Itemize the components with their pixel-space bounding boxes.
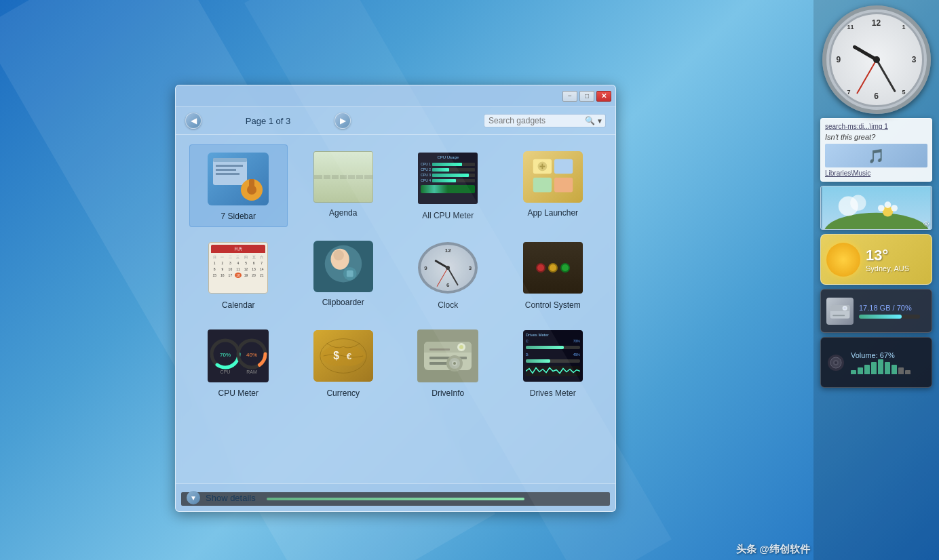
svg-point-53 xyxy=(891,205,898,212)
svg-rect-5 xyxy=(216,173,239,175)
weather-gadget[interactable]: 13° Sydney, AUS xyxy=(820,234,932,285)
svg-text:70%: 70% xyxy=(220,352,231,358)
gadget-label-calendar: Calendar xyxy=(222,300,255,310)
svg-rect-11 xyxy=(554,159,573,174)
volume-label: Volume: 67% xyxy=(851,351,926,359)
svg-point-50 xyxy=(850,195,866,211)
prev-page-button[interactable]: ◀ xyxy=(185,113,202,129)
volume-icon xyxy=(826,353,845,372)
svg-text:CPU: CPU xyxy=(221,369,231,374)
volume-bars xyxy=(851,359,926,374)
gadget-label-app-launcher: App Launcher xyxy=(527,208,578,218)
gadget-item-calendar[interactable]: 日历 日 一 二 三 四 五 六 123 4567 8910 11121314 … xyxy=(189,234,288,315)
gadget-icon-all-cpu-meter: CPU Usage CPU 1 CPU 2 CPU 3 CPU 4 xyxy=(417,151,478,205)
watermark-text: 头条 @纬创软件 xyxy=(736,543,810,556)
show-details-bar[interactable]: ▼ Show details xyxy=(176,483,615,511)
gadget-label-clipboarder: Clipboarder xyxy=(322,298,364,307)
volume-info: Volume: 67% xyxy=(851,351,926,374)
gadget-item-clock[interactable]: 12 3 6 9 Clock xyxy=(399,234,497,315)
gadget-item-cpu-meter[interactable]: 70% 40% CPU RAM CPU Meter xyxy=(189,322,288,403)
svg-point-39 xyxy=(459,345,463,349)
gadget-grid: 7 Sidebar Agenda CPU Usage CPU 1 CPU 2 xyxy=(176,135,615,413)
gadget-item-agenda[interactable]: Agenda xyxy=(294,144,393,227)
svg-text:€: € xyxy=(347,351,352,361)
gadget-icon-currency: $ € xyxy=(313,329,374,383)
toolbar: ◀ Page 1 of 3 ▶ 🔍 ▼ xyxy=(176,107,615,135)
gadget-icon-app-launcher xyxy=(523,151,583,203)
gadget-label-control-system: Control System xyxy=(525,300,581,310)
gadget-icon-drives-meter: Drives Meter C: 70% D: 45% xyxy=(522,329,583,383)
gadget-item-clipboarder[interactable]: Clipboarder xyxy=(294,234,393,315)
gadget-label-7sidebar: 7 Sidebar xyxy=(221,212,256,221)
clock-gadget[interactable]: 12 3 6 9 1 11 5 7 xyxy=(822,5,931,114)
svg-rect-60 xyxy=(832,315,845,316)
sidebar-panel: 12 3 6 9 1 11 5 7 search-ms:di...\img 1 … xyxy=(813,0,939,560)
gadget-item-driveinfo[interactable]: DriveInfo xyxy=(399,322,497,403)
search-input[interactable] xyxy=(488,116,583,125)
search-dropdown-button[interactable]: ▼ xyxy=(596,117,603,125)
photo-caption: Isn't this great? xyxy=(825,133,927,141)
svg-rect-12 xyxy=(533,178,552,192)
page-label: Page 1 of 3 xyxy=(207,116,329,126)
svg-point-64 xyxy=(835,361,837,364)
gadget-label-driveinfo: DriveInfo xyxy=(432,388,464,398)
svg-point-8 xyxy=(247,185,256,195)
show-details-label: Show details xyxy=(206,493,256,503)
weather-info: 13° Sydney, AUS xyxy=(866,247,926,273)
next-page-button[interactable]: ▶ xyxy=(334,113,351,129)
gadget-label-all-cpu-meter: All CPU Meter xyxy=(422,211,474,220)
gadget-icon-clipboarder xyxy=(313,241,373,292)
gadget-label-cpu-meter: CPU Meter xyxy=(218,388,258,398)
gadget-icon-calendar: 日历 日 一 二 三 四 五 六 123 4567 8910 11121314 … xyxy=(208,241,269,295)
weather-temperature: 13° xyxy=(866,247,926,264)
drive-info: 17.18 GB / 70% xyxy=(859,304,926,319)
show-details-arrow-icon: ▼ xyxy=(187,491,200,504)
gadget-gallery-window: − □ ✕ ◀ Page 1 of 3 ▶ 🔍 ▼ xyxy=(175,85,616,512)
svg-point-46 xyxy=(453,362,456,365)
svg-point-52 xyxy=(885,201,892,208)
svg-point-54 xyxy=(878,205,885,212)
gadget-icon-driveinfo xyxy=(417,329,478,383)
gadget-item-all-cpu-meter[interactable]: CPU Usage CPU 1 CPU 2 CPU 3 CPU 4 All CP… xyxy=(399,144,497,227)
gadget-label-currency: Currency xyxy=(326,388,360,398)
svg-text:40%: 40% xyxy=(246,352,257,358)
maximize-button[interactable]: □ xyxy=(579,91,594,102)
svg-rect-4 xyxy=(216,169,236,171)
photo-filename: search-ms:di...\img 1 xyxy=(825,123,927,130)
gadget-item-7sidebar[interactable]: 7 Sidebar xyxy=(189,144,288,227)
volume-gadget[interactable]: Volume: 67% xyxy=(820,337,932,388)
photo-thumbnail: 🎵 xyxy=(825,144,927,167)
photo-music-label: Libraries\Music xyxy=(825,169,927,177)
svg-text:RAM: RAM xyxy=(246,369,257,374)
drive-icon xyxy=(826,298,854,325)
gadget-icon-clock: 12 3 6 9 xyxy=(417,241,478,295)
drive-text: 17.18 GB / 70% xyxy=(859,304,926,312)
gadget-icon-control-system xyxy=(522,241,583,295)
gadget-item-control-system[interactable]: Control System xyxy=(504,234,602,315)
gadget-label-agenda: Agenda xyxy=(329,208,357,218)
minimize-button[interactable]: − xyxy=(562,91,577,102)
close-button[interactable]: ✕ xyxy=(596,91,611,102)
gadget-icon-cpu-meter: 70% 40% CPU RAM xyxy=(208,329,269,383)
drive-gadget[interactable]: 17.18 GB / 70% xyxy=(820,289,932,333)
svg-rect-3 xyxy=(216,165,243,167)
svg-rect-13 xyxy=(554,178,573,192)
gadget-item-currency[interactable]: $ € Currency xyxy=(294,322,393,403)
gadget-icon-7sidebar xyxy=(208,152,269,206)
weather-city: Sydney, AUS xyxy=(866,264,926,273)
svg-point-59 xyxy=(843,306,846,309)
gadget-item-drives-meter[interactable]: Drives Meter C: 70% D: 45% xyxy=(504,322,602,403)
weather-sun-icon xyxy=(826,243,860,277)
gadget-icon-agenda xyxy=(313,151,373,203)
svg-text:$: $ xyxy=(333,350,339,361)
search-icon: 🔍 xyxy=(585,116,595,125)
svg-point-18 xyxy=(333,250,344,261)
svg-rect-40 xyxy=(429,348,450,351)
title-bar: − □ ✕ xyxy=(176,85,615,107)
nature-photo-gadget[interactable]: 🛈 xyxy=(820,186,932,230)
photo-gadget[interactable]: search-ms:di...\img 1 Isn't this great? … xyxy=(820,118,932,182)
gadget-item-app-launcher[interactable]: App Launcher xyxy=(504,144,602,227)
search-box: 🔍 ▼ xyxy=(484,114,606,127)
svg-rect-9 xyxy=(523,151,583,203)
gadget-label-clock: Clock xyxy=(438,300,458,310)
